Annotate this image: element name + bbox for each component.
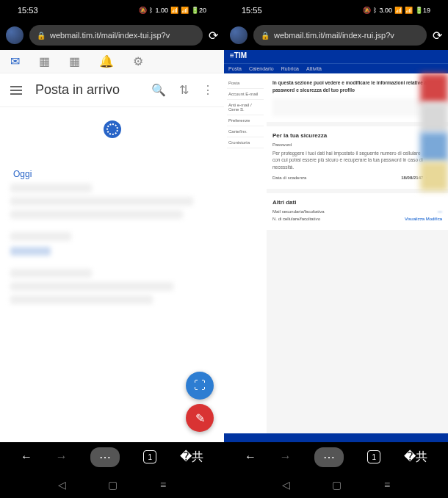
- url-field[interactable]: 🔒 webmail.tim.it/mail/index-rui.jsp?v: [253, 25, 427, 46]
- refresh-button[interactable]: ⟳: [433, 29, 442, 43]
- phone-label: N. di cellulare/facoltativo: [272, 217, 320, 221]
- browser-nav: ← → ⋯ 1 �共: [224, 442, 448, 472]
- search-icon[interactable]: 🔍: [151, 83, 166, 97]
- net-speed: 3.00: [379, 7, 392, 14]
- compose-fab[interactable]: ✎: [186, 404, 214, 432]
- sys-back[interactable]: ◁: [282, 479, 290, 491]
- browser-menu-button[interactable]: ⋯: [90, 447, 120, 467]
- tabs-button[interactable]: 1: [367, 450, 380, 463]
- back-button[interactable]: ←: [21, 450, 32, 463]
- screenshot-fab[interactable]: ⛶: [186, 372, 214, 400]
- phone-right: 15:55 🔕 ᛒ 3.00 📶 📶 🔋19 🔒 webmail.tim.it/…: [224, 0, 448, 498]
- share-button[interactable]: �共: [404, 450, 427, 465]
- settings-content: Posta Account E-mail Anti e-mail / Cene …: [224, 73, 448, 433]
- nav-mail[interactable]: Posta: [228, 66, 242, 71]
- phone-actions: Visualizza Modifica: [405, 217, 442, 221]
- browser-nav: ← → ⋯ 1 �共: [0, 442, 224, 472]
- intro-text: In questa sezione puoi vedere e modifica…: [272, 79, 442, 94]
- battery-icon: 🔋20: [191, 7, 206, 14]
- share-button[interactable]: �共: [180, 450, 203, 465]
- sys-back[interactable]: ◁: [58, 479, 66, 491]
- browser-url-bar: 🔒 webmail.tim.it/mail/index-rui.jsp?v ⟳: [224, 21, 448, 50]
- net-speed: 1.00: [155, 7, 168, 14]
- view-link[interactable]: Visualizza: [405, 217, 424, 221]
- browser-url-bar: 🔒 webmail.tim.it/mail/index-tui.jsp?v ⟳: [0, 21, 224, 50]
- sys-recent[interactable]: ≡: [384, 479, 390, 491]
- battery-icon: 🔋19: [415, 7, 430, 14]
- browser-app-icon[interactable]: [230, 26, 248, 44]
- status-bar: 15:55 🔕 ᛒ 3.00 📶 📶 🔋19: [224, 0, 448, 21]
- other-data-section: Altri dati Mail secondaria/facoltativa —…: [267, 193, 448, 230]
- browser-menu-button[interactable]: ⋯: [314, 447, 344, 467]
- forward-button[interactable]: →: [56, 450, 68, 463]
- blurred-field: [272, 98, 442, 116]
- webmail-tabs: ✉ ▦ ▦ 🔔 ⚙: [0, 50, 224, 73]
- tim-logo: ≡TIM: [230, 51, 247, 59]
- time: 15:53: [18, 6, 38, 15]
- secondary-mail-action[interactable]: —: [438, 209, 442, 214]
- tim-footer: [224, 433, 448, 442]
- url-text: webmail.tim.it/mail/index-tui.jsp?v: [50, 31, 170, 40]
- sort-icon[interactable]: ⇅: [179, 83, 189, 97]
- security-text2: con cui potrai essere più sicuro e recup…: [272, 156, 442, 171]
- sidebar-item[interactable]: Cronistoria: [227, 137, 264, 148]
- secondary-mail-label: Mail secondaria/facoltativa: [272, 209, 325, 214]
- password-row: Password Modifica: [272, 142, 442, 147]
- secondary-mail-row: Mail secondaria/facoltativa —: [272, 209, 442, 214]
- system-nav: ◁ ▢ ≡: [224, 472, 448, 498]
- sidebar-item[interactable]: Posta: [227, 78, 264, 89]
- sys-home[interactable]: ▢: [332, 479, 342, 491]
- calendar-icon[interactable]: ▦: [69, 54, 80, 68]
- sys-recent[interactable]: ≡: [160, 479, 166, 491]
- sys-home[interactable]: ▢: [108, 479, 118, 491]
- forward-button[interactable]: →: [280, 450, 292, 463]
- mute-icon: 🔕: [139, 7, 147, 14]
- bluetooth-icon: ᛒ: [149, 7, 153, 14]
- browser-app-icon[interactable]: [6, 26, 24, 44]
- nav-calendar[interactable]: Calendario: [249, 66, 274, 71]
- settings-icon[interactable]: ⚙: [133, 54, 143, 68]
- url-text: webmail.tim.it/mail/index-rui.jsp?v: [274, 31, 394, 40]
- phone-left: 15:53 🔕 ᛒ 1.00 📶 📶 🔋20 🔒 webmail.tim.it/…: [0, 0, 224, 498]
- lock-icon: 🔒: [37, 32, 46, 40]
- page-title: Posta in arrivo: [35, 82, 138, 98]
- bluetooth-icon: ᛒ: [373, 7, 377, 14]
- security-text1: Per proteggere i tuoi dati hai impostato…: [272, 150, 442, 157]
- blurred-right-strip: [420, 73, 448, 191]
- status-bar: 15:53 🔕 ᛒ 1.00 📶 📶 🔋20: [0, 0, 224, 21]
- mail-header: Posta in arrivo 🔍 ⇅ ⋮: [0, 73, 224, 107]
- loading-spinner: [104, 120, 121, 138]
- wifi-icon: 📶: [394, 7, 402, 14]
- fab-container: ⛶ ✎: [186, 372, 214, 432]
- notifications-icon[interactable]: 🔔: [99, 54, 114, 68]
- sidebar-item[interactable]: Account E-mail: [227, 89, 264, 100]
- lock-icon: 🔒: [261, 32, 270, 40]
- date-group-label: Oggi: [13, 169, 32, 179]
- edit-link[interactable]: Modifica: [426, 217, 442, 221]
- url-field[interactable]: 🔒 webmail.tim.it/mail/index-tui.jsp?v: [29, 25, 203, 46]
- tim-brand-header: ≡TIM: [224, 50, 448, 63]
- more-icon[interactable]: ⋮: [202, 83, 214, 97]
- tabs-button[interactable]: 1: [143, 450, 156, 463]
- time: 15:55: [242, 6, 262, 15]
- nav-tasks[interactable]: Attività: [306, 66, 322, 71]
- refresh-button[interactable]: ⟳: [209, 29, 218, 43]
- sidebar-item[interactable]: Anti e-mail / Cene S.: [227, 100, 264, 115]
- back-button[interactable]: ←: [245, 450, 256, 463]
- sidebar-item[interactable]: Preferenze: [227, 115, 264, 126]
- system-nav: ◁ ▢ ≡: [0, 472, 224, 498]
- settings-sidebar: Posta Account E-mail Anti e-mail / Cene …: [224, 73, 267, 433]
- sidebar-item[interactable]: Carte/Inv.: [227, 126, 264, 137]
- signal-icon: 📶: [405, 7, 413, 14]
- wifi-icon: 📶: [170, 7, 178, 14]
- signal-icon: 📶: [181, 7, 189, 14]
- mail-icon[interactable]: ✉: [10, 54, 20, 68]
- security-title: Per la tua sicurezza: [272, 132, 442, 139]
- menu-button[interactable]: [10, 86, 22, 95]
- contacts-icon[interactable]: ▦: [39, 54, 50, 68]
- nav-contacts[interactable]: Rubrica: [281, 66, 299, 71]
- other-title: Altri dati: [272, 199, 442, 206]
- password-label: Password: [272, 142, 292, 147]
- status-icons: 🔕 ᛒ 3.00 📶 📶 🔋19: [363, 7, 430, 14]
- tim-nav: Posta Calendario Rubrica Attività: [224, 63, 448, 73]
